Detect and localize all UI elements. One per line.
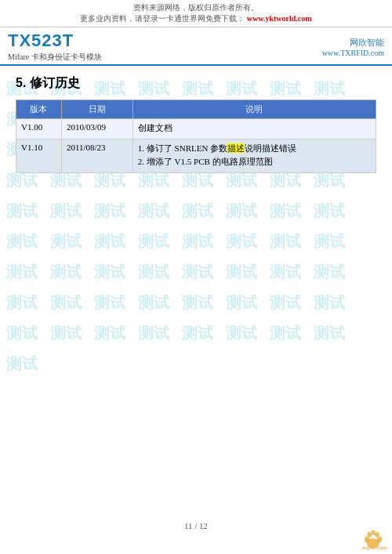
- cell-changes: 1. 修订了 SNRLEN 参数描述说明描述错误 2. 增添了 V1.5 PCB…: [132, 139, 376, 173]
- website-url: www.TXRFID.com: [322, 49, 384, 57]
- cell-date: 2011/08/23: [61, 139, 132, 173]
- col-header-version: 版本: [16, 100, 62, 119]
- wm: 测试: [88, 226, 132, 257]
- wm: 测试: [176, 318, 220, 349]
- section-title: 5. 修订历史: [16, 75, 376, 92]
- wm: 测试: [220, 318, 263, 349]
- wm: 测试: [307, 226, 351, 257]
- page-number: 11 / 12: [184, 521, 208, 530]
- notice-row2-text: 更多业内资料，请登录一卡通世界网免费下载：: [80, 14, 245, 23]
- wm: 测试: [220, 226, 263, 257]
- wm: 测试: [263, 226, 307, 257]
- svg-point-3: [367, 532, 372, 537]
- wm: 测试: [220, 288, 263, 318]
- wm: 测试: [0, 226, 44, 257]
- wm: 测试: [88, 196, 132, 226]
- wm: 测试: [220, 196, 263, 226]
- wm: 测试: [132, 196, 176, 226]
- wm: 测试: [44, 257, 88, 288]
- wm: 测试: [0, 349, 44, 379]
- top-notice: 资料来源网络，版权归原作者所有。 更多业内资料，请登录一卡通世界网免费下载： w…: [0, 0, 392, 27]
- revision-table: 版本 日期 说明 V1.00 2010/03/09 创建文档 V1.10 201…: [16, 100, 376, 173]
- wm: 测试: [263, 257, 307, 288]
- wm: 测试: [44, 318, 88, 349]
- wm: 测试: [132, 257, 176, 288]
- table-header-row: 版本 日期 说明: [16, 100, 376, 119]
- table-row: V1.10 2011/08/23 1. 修订了 SNRLEN 参数描述说明描述错…: [16, 139, 376, 173]
- wm: 测试: [176, 226, 220, 257]
- wm: 测试: [0, 257, 44, 288]
- main-content: 5. 修订历史 版本 日期 说明 V1.00 2010/03/09 创建文档 V…: [0, 66, 392, 173]
- model-description: Mifare 卡和身份证卡号模块: [8, 52, 102, 63]
- svg-point-4: [375, 532, 379, 537]
- col-header-desc: 说明: [132, 100, 376, 119]
- cell-date: 2010/03/09: [61, 119, 132, 139]
- svg-point-1: [365, 537, 369, 543]
- wm: 测试: [44, 226, 88, 257]
- wm: 测试: [176, 257, 220, 288]
- wm: 测试: [88, 318, 132, 349]
- notice-row1: 资料来源网络，版权归原作者所有。: [6, 2, 386, 13]
- wm: 测试: [0, 318, 44, 349]
- cell-version: V1.00: [16, 119, 62, 139]
- cell-version: V1.10: [16, 139, 62, 173]
- wm: 测试: [263, 196, 307, 226]
- page-header: TX523T Mifare 卡和身份证卡号模块 网欣智能 www.TXRFID.…: [0, 27, 392, 66]
- wm: 测试: [0, 196, 44, 226]
- wm: 测试: [44, 196, 88, 226]
- baidu-paw-icon: jingyan.baidu.com: [359, 526, 387, 551]
- highlight-text: 描述: [227, 143, 245, 153]
- brand-name: 网欣智能: [350, 37, 384, 49]
- wm: 测试: [176, 288, 220, 318]
- wm: 测试: [307, 288, 351, 318]
- wm: 测试: [307, 318, 351, 349]
- cell-changes: 创建文档: [132, 119, 376, 139]
- svg-point-5: [372, 530, 376, 535]
- wm: 测试: [132, 226, 176, 257]
- list-item: 1. 修订了 SNRLEN 参数描述说明描述错误: [138, 143, 371, 154]
- baidu-watermark: jingyan.baidu.com: [314, 523, 392, 554]
- svg-text:jingyan.baidu.com: jingyan.baidu.com: [361, 545, 387, 550]
- site-url: www.yktworld.com: [247, 14, 312, 23]
- wm: 测试: [88, 257, 132, 288]
- col-header-date: 日期: [61, 100, 132, 119]
- wm: 测试: [132, 318, 176, 349]
- wm: 测试: [0, 288, 44, 318]
- wm: 测试: [307, 196, 351, 226]
- wm: 测试: [44, 288, 88, 318]
- wm: 测试: [176, 196, 220, 226]
- svg-point-2: [377, 537, 382, 543]
- wm: 测试: [220, 257, 263, 288]
- table-row: V1.00 2010/03/09 创建文档: [16, 119, 376, 139]
- wm: 测试: [307, 257, 351, 288]
- wm: 测试: [132, 288, 176, 318]
- wm: 测试: [263, 288, 307, 318]
- header-right: 网欣智能 www.TXRFID.com: [322, 37, 384, 57]
- header-left: TX523T Mifare 卡和身份证卡号模块: [8, 31, 102, 63]
- list-item: 2. 增添了 V1.5 PCB 的电路原理范图: [138, 156, 371, 168]
- model-number: TX523T: [8, 31, 102, 51]
- notice-row2: 更多业内资料，请登录一卡通世界网免费下载： www.yktworld.com: [6, 13, 386, 24]
- list-item: 创建文档: [138, 122, 371, 134]
- wm: 测试: [88, 288, 132, 318]
- wm: 测试: [263, 318, 307, 349]
